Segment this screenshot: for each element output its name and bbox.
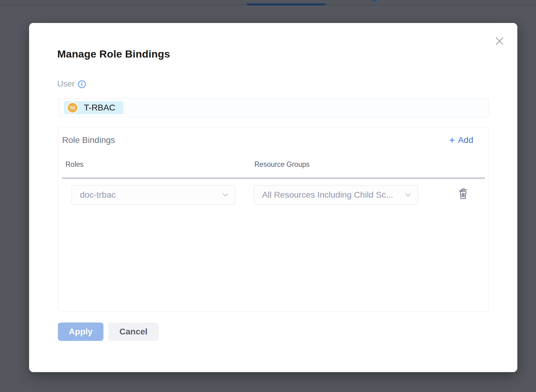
close-button[interactable]: [493, 35, 506, 47]
user-label: User: [57, 79, 75, 89]
role-select-dropdown[interactable]: doc-trbac: [72, 185, 235, 205]
cutoff-tab-label-fragment: [372, 0, 377, 2]
manage-role-bindings-dialog: Manage Role Bindings User i TR T-RBAC Ro…: [29, 23, 517, 372]
close-icon: [495, 36, 504, 46]
info-icon[interactable]: i: [78, 80, 86, 88]
chevron-down-icon: [405, 193, 411, 197]
add-role-binding-button[interactable]: + Add: [449, 135, 473, 145]
column-header-resource-groups: Resource Groups: [254, 160, 309, 169]
delete-row-button[interactable]: [456, 187, 470, 201]
trash-icon: [458, 187, 468, 200]
chevron-down-icon: [222, 193, 228, 197]
page-background: Manage Role Bindings User i TR T-RBAC Ro…: [0, 0, 536, 392]
plus-icon: +: [449, 136, 455, 145]
user-select-field[interactable]: TR T-RBAC: [58, 98, 489, 117]
role-select-value: doc-trbac: [72, 190, 222, 200]
user-name: T-RBAC: [84, 103, 115, 113]
dialog-title: Manage Role Bindings: [57, 48, 170, 60]
user-avatar: TR: [67, 102, 78, 114]
apply-button[interactable]: Apply: [58, 323, 103, 341]
role-bindings-title: Role Bindings: [62, 135, 115, 145]
active-tab-underline: [247, 3, 325, 6]
table-header-divider: [62, 178, 485, 178]
column-header-roles: Roles: [66, 160, 84, 169]
selected-user-chip[interactable]: TR T-RBAC: [64, 101, 123, 114]
cancel-button[interactable]: Cancel: [108, 323, 159, 341]
resource-group-select-value: All Resources Including Child Sc...: [254, 190, 405, 200]
role-bindings-section: Role Bindings + Add Roles Resource Group…: [58, 127, 489, 312]
resource-group-select-dropdown[interactable]: All Resources Including Child Sc...: [254, 185, 418, 205]
user-label-row: User i: [57, 79, 86, 89]
add-button-label: Add: [458, 135, 473, 145]
